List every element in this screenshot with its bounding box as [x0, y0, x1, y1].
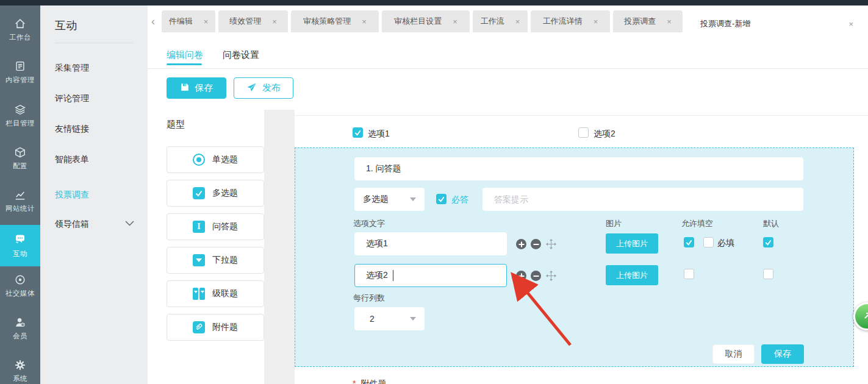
primary-sidebar: 工作台 内容管理 栏目管理 配置 网站统计 互动 社交媒体 会员 系统	[0, 5, 40, 384]
tabs-scroll-left-icon[interactable]: ‹	[148, 10, 159, 32]
arrow-up-right-icon	[863, 311, 868, 322]
column-option-text-label: 选项文字	[353, 218, 385, 229]
social-icon	[14, 274, 26, 286]
submenu-item-smart-forms[interactable]: 智能表单	[55, 154, 89, 165]
sidebar-item-workbench[interactable]: 工作台	[0, 18, 40, 49]
close-icon[interactable]: ×	[515, 17, 520, 26]
required-checkbox[interactable]	[436, 194, 447, 204]
tab-label: 投票调查-新增	[700, 18, 750, 29]
preview-option2-checkbox[interactable]	[578, 127, 589, 138]
qtype-single-choice-button[interactable]: 单选题	[167, 146, 264, 173]
option1-text-input[interactable]	[354, 232, 507, 255]
tab-edit-questionnaire[interactable]: 编辑问卷	[167, 49, 203, 61]
option1-upload-image-button[interactable]: 上传图片	[606, 233, 658, 254]
sidebar-item-system[interactable]: 系统	[0, 359, 40, 384]
qtype-text-answer-button[interactable]: I 问答题	[167, 213, 264, 240]
answer-hint-input[interactable]	[482, 188, 803, 211]
submenu-item-comments[interactable]: 评论管理	[55, 93, 89, 104]
radio-icon	[193, 154, 205, 166]
qtype-label: 问答题	[212, 221, 238, 232]
drag-move-icon[interactable]	[545, 238, 557, 252]
tab-performance[interactable]: 绩效管理×	[218, 10, 288, 32]
column-allow-blank-label: 允许填空	[681, 218, 713, 229]
submenu-item-leader-mailbox[interactable]: 领导信箱	[55, 219, 89, 230]
sidebar-item-columns[interactable]: 栏目管理	[0, 104, 40, 135]
checkbox-icon	[193, 187, 205, 199]
add-option-icon[interactable]	[516, 239, 526, 249]
option1-required-checkbox[interactable]	[703, 237, 714, 247]
cancel-button[interactable]: 取消	[712, 344, 755, 364]
qtype-dropdown-button[interactable]: 下拉题	[167, 247, 264, 274]
question-type-select[interactable]: 多选题	[354, 188, 425, 211]
qtype-multi-choice-button[interactable]: 多选题	[167, 180, 264, 207]
close-icon[interactable]: ×	[272, 17, 277, 26]
submenu-item-collection[interactable]: 采集管理	[55, 63, 89, 74]
layers-icon	[14, 104, 26, 116]
cube-icon	[14, 146, 26, 158]
qtype-label: 多选题	[212, 188, 238, 199]
sidebar-item-members[interactable]: 会员	[0, 316, 40, 348]
remove-option-icon[interactable]	[531, 239, 541, 249]
tab-workflow-detail[interactable]: 工作流详情×	[531, 10, 610, 32]
sidebar-item-social-media[interactable]: 社交媒体	[0, 274, 40, 305]
top-window-bar	[0, 0, 868, 5]
qtype-label: 单选题	[212, 154, 238, 165]
sidebar-item-label: 内容管理	[5, 76, 35, 85]
tab-vote-survey-new[interactable]: 投票调查-新增×	[686, 10, 868, 37]
member-icon	[14, 316, 26, 329]
floating-badge[interactable]	[853, 302, 868, 330]
option1-allow-blank-checkbox[interactable]	[684, 237, 694, 247]
sidebar-item-config[interactable]: 配置	[0, 146, 40, 178]
editor-save-button[interactable]: 保存	[761, 344, 804, 364]
sidebar-item-label: 互动	[13, 249, 27, 258]
sidebar-item-site-stats[interactable]: 网站统计	[0, 189, 40, 221]
sidebar-item-label: 系统	[13, 374, 27, 383]
qtype-cascade-button[interactable]: 级联题	[167, 280, 264, 307]
close-icon[interactable]: ×	[204, 17, 209, 26]
tab-file-edit[interactable]: 件编辑×	[162, 10, 215, 32]
tab-label: 绩效管理	[229, 16, 261, 27]
chevron-down-icon[interactable]	[125, 218, 134, 228]
tab-review-columns[interactable]: 审核栏目设置×	[382, 10, 470, 32]
question-title-input[interactable]	[354, 157, 803, 180]
close-icon[interactable]: ×	[453, 17, 457, 26]
close-icon[interactable]: ×	[362, 17, 367, 26]
qtype-label: 附件题	[212, 322, 238, 333]
next-question-row: * 附件题	[353, 379, 386, 384]
qtype-attachment-button[interactable]: 附件题	[167, 314, 264, 341]
tab-workflow[interactable]: 工作流×	[473, 10, 528, 32]
option2-default-checkbox[interactable]	[763, 269, 773, 279]
submenu-item-links[interactable]: 友情链接	[55, 124, 89, 135]
close-icon[interactable]: ×	[594, 17, 598, 26]
per-row-columns-value: 2	[370, 314, 375, 324]
option2-allow-blank-checkbox[interactable]	[684, 269, 694, 279]
chat-icon	[13, 233, 27, 246]
option2-text-input[interactable]	[354, 264, 507, 287]
tab-vote-survey[interactable]: 投票调查×	[613, 10, 683, 32]
sidebar-item-content[interactable]: 内容管理	[0, 60, 40, 92]
close-icon[interactable]: ×	[667, 17, 672, 26]
save-button[interactable]: 保存	[167, 77, 226, 99]
annotation-arrow	[497, 267, 579, 352]
tab-label: 工作流	[481, 16, 504, 27]
tabs-divider	[148, 68, 868, 69]
submenu-divider	[55, 43, 133, 43]
preview-option1-checkbox[interactable]	[353, 127, 363, 138]
paper-plane-icon	[246, 82, 257, 94]
sidebar-item-interaction[interactable]: 互动	[0, 225, 40, 266]
submenu-item-vote-survey[interactable]: 投票调查	[55, 190, 89, 201]
close-icon[interactable]: ×	[848, 20, 853, 29]
option2-upload-image-button[interactable]: 上传图片	[606, 265, 658, 285]
tab-review-strategy[interactable]: 审核策略管理×	[291, 10, 379, 32]
text-caret	[393, 270, 393, 281]
per-row-columns-select[interactable]: 2	[354, 307, 425, 330]
publish-button[interactable]: 发布	[234, 77, 293, 99]
save-button-label: 保存	[195, 82, 213, 94]
sidebar-item-label: 栏目管理	[5, 119, 35, 128]
tab-label: 件编辑	[169, 16, 193, 27]
column-image-label: 图片	[606, 218, 622, 229]
option1-default-checkbox[interactable]	[763, 237, 773, 247]
text-cursor-icon: I	[193, 221, 205, 233]
tab-label: 工作流详情	[543, 16, 583, 27]
tab-questionnaire-settings[interactable]: 问卷设置	[223, 49, 259, 61]
